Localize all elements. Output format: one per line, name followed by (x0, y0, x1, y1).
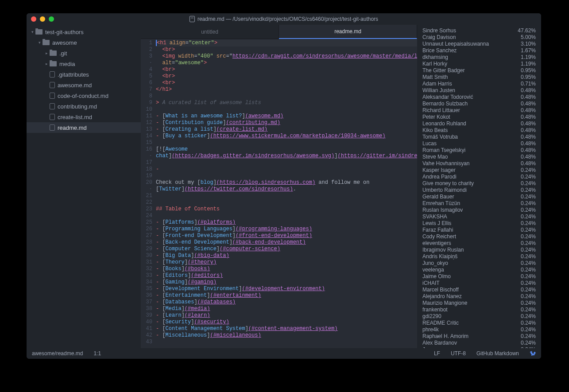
author-row[interactable]: Alejandro Nanez0.24% (422, 293, 536, 300)
line-number-gutter[interactable]: 123·45678910111213141516·17181920·212223… (141, 39, 156, 348)
authors-panel[interactable]: Sindre Sorhus47.62%Craig Davison5.00%Unn… (417, 25, 541, 348)
author-row[interactable]: Matt Smith0.95% (422, 74, 536, 81)
author-row[interactable]: Aleksandar Todorović0.48% (422, 94, 536, 101)
author-row[interactable]: Maurizio Mangione0.24% (422, 300, 536, 307)
status-grammar[interactable]: GitHub Markdown (476, 350, 519, 357)
file-icon (50, 93, 55, 99)
author-row[interactable]: gdi22900.24% (422, 313, 536, 320)
author-row[interactable]: Brice Sanchez1.67% (422, 47, 536, 54)
author-pct: 0.24% (521, 167, 536, 174)
author-name: Bernardo Sulzbach (422, 101, 468, 107)
tree-file[interactable]: .gitattributes (27, 69, 141, 80)
author-pct: 0.24% (521, 326, 536, 333)
status-path[interactable]: awesome/readme.md (32, 350, 83, 357)
chevron-down-icon: ▾ (30, 30, 35, 34)
author-pct: 0.48% (521, 160, 536, 167)
author-row[interactable]: README Critic0.24% (422, 320, 536, 326)
author-row[interactable]: Marcel Bischoff0.24% (422, 287, 536, 293)
author-row[interactable]: The Gitter Badger0.95% (422, 67, 536, 74)
author-name: Roman Tsegelskyi (422, 147, 465, 154)
author-row[interactable]: Ruslan Ismagilov0.24% (422, 207, 536, 213)
tab-readme[interactable]: readme.md (279, 25, 417, 39)
author-row[interactable]: Emrehan Tüzün0.24% (422, 200, 536, 207)
author-row[interactable]: Bernardo Sulzbach0.48% (422, 101, 536, 107)
author-row[interactable]: Adam Harris0.71% (422, 81, 536, 87)
author-pct: 0.48% (521, 120, 536, 127)
status-encoding[interactable]: UTF-8 (451, 350, 466, 357)
author-row[interactable]: Peter Kokot0.48% (422, 114, 536, 120)
author-row[interactable]: Willian Justen0.48% (422, 87, 536, 94)
author-pct: 0.24% (521, 233, 536, 240)
author-row[interactable]: Leonardo Ruhland0.48% (422, 120, 536, 127)
author-row[interactable]: phre4k0.24% (422, 326, 536, 333)
author-row[interactable]: Lucas0.48% (422, 140, 536, 147)
author-row[interactable]: Gerald Bauer0.24% (422, 194, 536, 200)
author-row[interactable]: SVAKSHA0.24% (422, 213, 536, 220)
author-row[interactable]: Craig Davison5.00% (422, 34, 536, 41)
author-row[interactable]: Juno_okyo0.24% (422, 260, 536, 267)
tree-file-label: .gitattributes (58, 71, 89, 78)
close-window-button[interactable] (31, 16, 36, 22)
status-cursor-pos[interactable]: 1:1 (93, 350, 101, 357)
author-row[interactable]: frankenbot0.24% (422, 307, 536, 313)
author-pct: 0.24% (521, 194, 536, 200)
window-title: readme.md — /Users/vinodkd/projects/OMCS… (190, 16, 378, 22)
tree-file[interactable]: readme.md (27, 122, 141, 133)
author-row[interactable]: Raphael H. Amorim0.24% (422, 333, 536, 340)
author-row[interactable]: Roman Tsegelskyi0.48% (422, 147, 536, 154)
tab-untitled[interactable]: untitled (141, 25, 279, 39)
file-tree-sidebar[interactable]: ▾ test-git-authors ▾awesome▸.git▸media .… (27, 25, 141, 348)
author-row[interactable]: Unnawut Leepaisalsuwanna3.10% (422, 41, 536, 47)
author-pct: 0.24% (521, 300, 536, 307)
tree-file[interactable]: code-of-conduct.md (27, 90, 141, 101)
author-row[interactable]: Kasper Isager0.24% (422, 167, 536, 174)
tree-file[interactable]: create-list.md (27, 112, 141, 122)
author-name: Maurizio Mangione (422, 300, 467, 307)
maximize-window-button[interactable] (49, 16, 54, 22)
author-row[interactable]: dkhamsing1.19% (422, 54, 536, 61)
author-row[interactable]: Kiko Beats0.48% (422, 127, 536, 134)
tree-root[interactable]: ▾ test-git-authors (27, 27, 141, 37)
author-pct: 0.24% (521, 187, 536, 194)
tree-folder[interactable]: ▸.git (27, 48, 141, 58)
tree-folder[interactable]: ▾awesome (27, 37, 141, 48)
status-eol[interactable]: LF (434, 350, 440, 357)
author-row[interactable]: Andrea Parodi0.24% (422, 174, 536, 180)
author-row[interactable]: iCHAIT0.24% (422, 280, 536, 287)
minimize-window-button[interactable] (40, 16, 45, 22)
author-row[interactable]: Jaime Olmo0.24% (422, 273, 536, 280)
folder-icon (50, 61, 57, 66)
author-row[interactable]: Ibragimov Ruslan0.24% (422, 247, 536, 253)
tree-folder[interactable]: ▸media (27, 58, 141, 69)
traffic-lights (31, 16, 54, 22)
author-name: gdi2290 (422, 313, 441, 320)
titlebar[interactable]: readme.md — /Users/vinodkd/projects/OMCS… (27, 13, 541, 25)
author-row[interactable]: Richard Littauer0.48% (422, 107, 536, 114)
author-row[interactable]: Andris Klaipiņš0.24% (422, 253, 536, 260)
author-row[interactable]: Cody Reichert0.24% (422, 233, 536, 240)
author-row[interactable]: Faraz Fallahi0.24% (422, 227, 536, 233)
author-row[interactable]: veelenga0.24% (422, 267, 536, 273)
code-editor[interactable]: 123·45678910111213141516·17181920·212223… (141, 39, 417, 348)
author-row[interactable]: Steve Mao0.48% (422, 154, 536, 160)
author-row[interactable]: Karl Horky1.19% (422, 61, 536, 67)
author-row[interactable]: Give money to charity0.24% (422, 180, 536, 187)
author-row[interactable]: Umberto Raimondi0.24% (422, 187, 536, 194)
squirrel-icon[interactable]: 🐿 (530, 350, 536, 357)
author-name: frankenbot (422, 307, 448, 313)
author-name: Gerald Bauer (422, 194, 454, 200)
window-title-text: readme.md — /Users/vinodkd/projects/OMCS… (197, 16, 378, 22)
author-name: Ibragimov Ruslan (422, 247, 464, 253)
author-row[interactable]: Tomáš Votruba0.48% (422, 134, 536, 140)
author-row[interactable]: Sindre Sorhus47.62% (422, 27, 536, 34)
tree-file[interactable]: contributing.md (27, 101, 141, 112)
author-row[interactable]: eleventigers0.24% (422, 240, 536, 247)
author-row[interactable]: Lewis J Ellis0.24% (422, 220, 536, 227)
tree-file[interactable]: awesome.md (27, 80, 141, 90)
author-row[interactable]: Vahe Hovhannisyan0.48% (422, 160, 536, 167)
chevron-right-icon: ▸ (44, 62, 49, 66)
author-pct: 0.48% (521, 114, 536, 120)
author-pct: 0.48% (521, 147, 536, 154)
code-content[interactable]: <h1 align="center"> <br> <img width="400… (156, 39, 417, 348)
author-row[interactable]: Alex Bardanov0.24% (422, 340, 536, 346)
